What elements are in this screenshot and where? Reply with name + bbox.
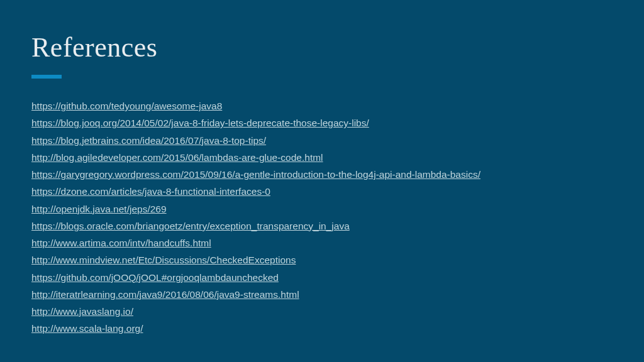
references-list: https://github.com/tedyoung/awesome-java…	[31, 99, 613, 336]
title-accent-bar	[31, 75, 62, 79]
reference-link[interactable]: https://github.com/tedyoung/awesome-java…	[31, 99, 222, 113]
reference-link[interactable]: http://www.mindview.net/Etc/Discussions/…	[31, 253, 296, 267]
reference-link[interactable]: http://www.javaslang.io/	[31, 304, 133, 319]
slide-container: References https://github.com/tedyoung/a…	[0, 0, 644, 362]
reference-link[interactable]: http://iteratrlearning.com/java9/2016/08…	[31, 287, 299, 302]
reference-link[interactable]: http://blog.agiledeveloper.com/2015/06/l…	[31, 150, 323, 165]
reference-link[interactable]: https://blog.jooq.org/2014/05/02/java-8-…	[31, 116, 369, 130]
reference-link[interactable]: http://www.artima.com/intv/handcuffs.htm…	[31, 236, 211, 250]
reference-link[interactable]: http://openjdk.java.net/jeps/269	[31, 202, 167, 216]
page-title: References	[31, 31, 613, 63]
reference-link[interactable]: https://github.com/jOOQ/jOOL#orgjooqlamb…	[31, 270, 279, 285]
reference-link[interactable]: https://blogs.oracle.com/briangoetz/entr…	[31, 219, 350, 233]
reference-link[interactable]: http://www.scala-lang.org/	[31, 321, 143, 336]
reference-link[interactable]: https://blog.jetbrains.com/idea/2016/07/…	[31, 133, 266, 148]
reference-link[interactable]: https://dzone.com/articles/java-8-functi…	[31, 184, 270, 199]
reference-link[interactable]: https://garygregory.wordpress.com/2015/0…	[31, 167, 480, 182]
